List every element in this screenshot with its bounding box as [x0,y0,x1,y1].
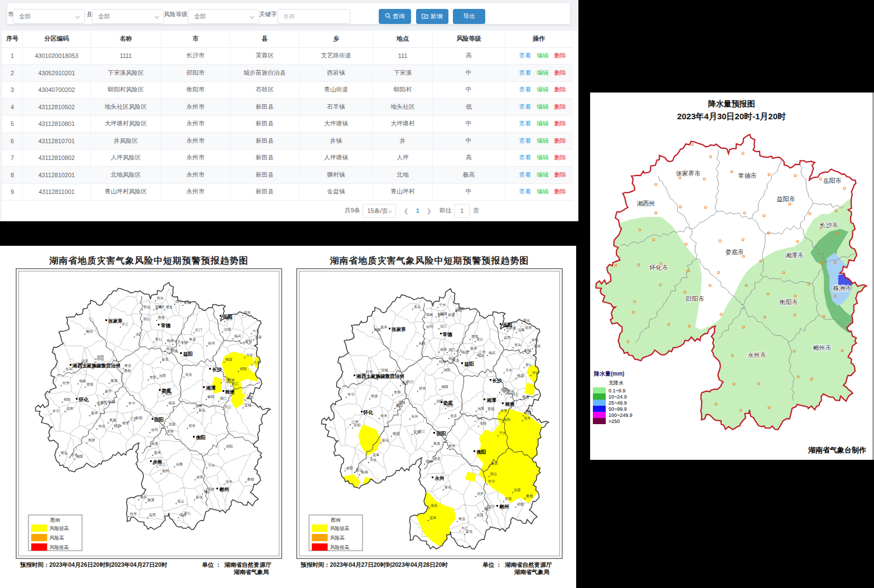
svg-text:桃源: 桃源 [114,424,121,428]
svg-text:通道: 通道 [433,456,440,460]
svg-text:沅陵: 沅陵 [477,406,484,411]
svg-text:风险高: 风险高 [330,535,345,541]
svg-text:耒阳: 耒阳 [353,423,360,427]
svg-text:涟水: 涟水 [225,479,233,484]
svg-text:株洲市: 株洲市 [833,285,852,291]
svg-text:郴州: 郴州 [219,487,229,492]
svg-text:衡阳: 衡阳 [476,449,486,455]
svg-text:怀化: 怀化 [363,410,374,415]
svg-text:会同: 会同 [426,324,433,328]
svg-text:桑植: 桑植 [526,494,533,498]
svg-text:靖州: 靖州 [207,341,215,345]
svg-text:桂东: 桂东 [380,414,387,418]
svg-text:常宁: 常宁 [128,401,136,405]
svg-text:南县: 南县 [168,401,175,405]
svg-text:湘西土家族苗族自治州: 湘西土家族苗族自治州 [72,363,120,368]
svg-text:新化: 新化 [195,495,203,499]
svg-text:新邵: 新邵 [395,404,403,408]
svg-text:邵东: 邵东 [525,325,532,330]
svg-text:益阳市: 益阳市 [777,196,795,202]
svg-text:宁乡: 宁乡 [208,463,215,467]
svg-text:湘西州: 湘西州 [637,200,655,207]
svg-text:娄底市: 娄底市 [726,249,744,255]
svg-text:江华: 江华 [351,420,359,424]
svg-text:岳阳: 岳阳 [222,314,232,319]
svg-text:保靖: 保靖 [180,513,186,517]
svg-text:永州市: 永州市 [748,352,766,358]
svg-text:茶陵: 茶陵 [86,382,93,386]
svg-text:涟源: 涟源 [168,422,176,426]
svg-text:祁阳: 祁阳 [517,502,524,507]
svg-text:衡山: 衡山 [204,489,210,494]
svg-text:浏阳: 浏阳 [226,444,233,449]
svg-text:涟源: 涟源 [514,488,521,492]
svg-text:花垣: 花垣 [504,336,510,340]
svg-text:临澧: 临澧 [462,350,469,354]
svg-text:茶陵: 茶陵 [487,407,494,411]
svg-text:浏阳: 浏阳 [443,368,450,372]
svg-text:湘西土家族苗族自治州: 湘西土家族苗族自治州 [356,373,404,379]
svg-text:常德市: 常德市 [738,172,757,179]
svg-text:鹤城: 鹤城 [184,300,191,304]
svg-text:望城: 望城 [171,349,178,353]
svg-text:洞口: 洞口 [448,348,455,352]
svg-text:澧县: 澧县 [402,381,408,385]
svg-text:临武: 临武 [489,351,495,355]
svg-text:湘潭: 湘潭 [205,385,216,391]
svg-text:会同: 会同 [151,427,158,431]
svg-text:宜城: 宜城 [413,430,421,434]
svg-text:绥宁: 绥宁 [176,299,183,303]
svg-text:攸县: 攸县 [124,363,131,367]
svg-text:洪江: 洪江 [512,392,519,397]
svg-text:临湘: 临湘 [167,338,173,343]
svg-text:凤凰: 凤凰 [109,418,116,422]
svg-text:风险较高: 风险较高 [330,526,350,531]
svg-text:溆浦: 溆浦 [522,395,529,399]
svg-text:安化: 安化 [61,451,68,455]
svg-text:石门: 石门 [195,328,202,332]
svg-text:宜城: 宜城 [244,403,252,407]
svg-text:慈利: 慈利 [162,469,169,473]
svg-text:湘潭市: 湘潭市 [785,252,804,259]
svg-text:祁阳: 祁阳 [64,397,70,402]
svg-text:古丈: 古丈 [253,360,260,365]
svg-text:邵东: 邵东 [66,406,73,411]
svg-text:零陵: 零陵 [181,341,187,344]
svg-text:张家界: 张家界 [108,318,123,324]
svg-text:耒阳: 耒阳 [504,497,511,501]
svg-text:桂东: 桂东 [129,512,137,516]
svg-text:麻阳: 麻阳 [207,395,214,399]
svg-text:衡南: 衡南 [108,400,115,404]
svg-text:东安: 东安 [500,409,507,412]
svg-text:嘉禾: 嘉禾 [470,346,477,351]
svg-text:桂阳: 桂阳 [438,359,446,364]
svg-text:风险较高: 风险较高 [50,526,69,531]
svg-text:华容: 华容 [532,371,539,375]
svg-text:长沙: 长沙 [491,378,502,383]
svg-text:中方: 中方 [456,349,462,353]
svg-text:娄底: 娄底 [161,388,171,393]
svg-text:辰溪: 辰溪 [151,441,158,446]
svg-text:炎陵: 炎陵 [440,347,447,352]
svg-text:风险高: 风险高 [50,535,64,541]
svg-text:江华: 江华 [479,350,486,354]
svg-text:衡阳市: 衡阳市 [779,299,798,305]
svg-text:长沙市: 长沙市 [819,222,838,229]
svg-text:城步: 城步 [477,353,484,357]
svg-text:零陵: 零陵 [480,421,486,425]
svg-text:靖州: 靖州 [531,338,538,342]
svg-text:双牌: 双牌 [371,394,378,399]
svg-text:桃源: 桃源 [517,373,524,378]
svg-text:冷水: 冷水 [505,368,513,372]
svg-text:新晃: 新晃 [161,357,168,362]
svg-text:蓝山: 蓝山 [356,468,363,472]
svg-text:祁阳: 祁阳 [240,367,247,371]
svg-text:风险很高: 风险很高 [50,545,69,550]
svg-text:城步: 城步 [158,304,165,308]
svg-text:郴州: 郴州 [499,504,509,509]
svg-text:桃源: 桃源 [225,357,233,362]
svg-text:沅江: 沅江 [440,324,447,328]
svg-text:蓝山: 蓝山 [414,304,421,308]
svg-text:茶陵: 茶陵 [158,315,165,319]
svg-text:张家界市: 张家界市 [676,170,701,177]
